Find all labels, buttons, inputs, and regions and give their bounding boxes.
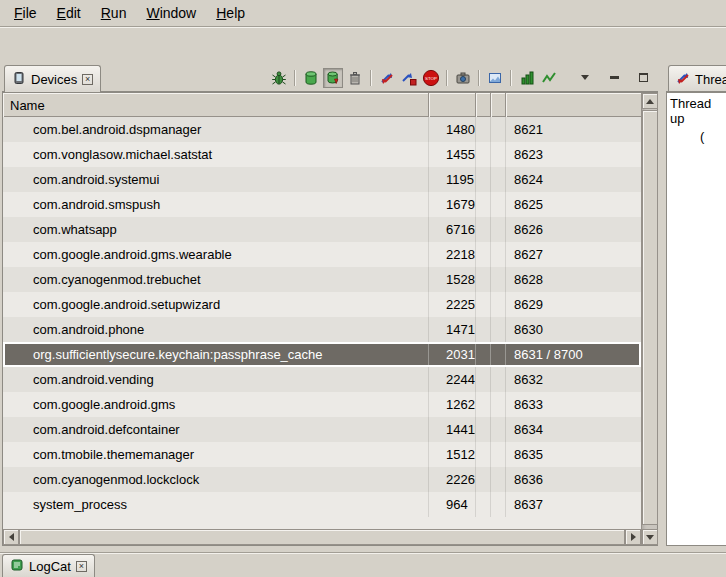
process-row[interactable]: com.android.vending 22440 8632	[3, 367, 641, 392]
process-col3-cell	[476, 292, 491, 317]
process-pid-cell: 1679	[429, 192, 476, 217]
tab-logcat[interactable]: LogCat ×	[2, 554, 95, 577]
minimize-view-button[interactable]	[604, 68, 624, 88]
tab-devices[interactable]: Devices ×	[4, 65, 101, 92]
process-col3-cell	[476, 217, 491, 242]
scroll-left-button[interactable]	[3, 529, 19, 545]
line-graph-button[interactable]	[539, 68, 559, 88]
debug-process-button[interactable]	[269, 68, 289, 88]
process-port-cell: 8629	[506, 292, 641, 317]
process-row[interactable]: com.google.android.gms 12623 8633	[3, 392, 641, 417]
view-menu-button[interactable]	[575, 68, 595, 88]
process-col4-cell	[491, 292, 506, 317]
process-row[interactable]: com.vonglasow.michael.satstat 14553 8623	[3, 142, 641, 167]
vertical-scrollbar[interactable]	[641, 93, 657, 545]
process-pid-cell: 1480	[429, 117, 476, 142]
process-name-cell: com.cyanogenmod.trebuchet	[3, 267, 429, 292]
process-port-cell: 8637	[506, 492, 641, 517]
process-col4-cell	[491, 442, 506, 467]
column-header-4[interactable]	[491, 93, 506, 117]
process-row[interactable]: com.cyanogenmod.lockclock 22265 8636	[3, 467, 641, 492]
process-port-cell: 8630	[506, 317, 641, 342]
process-col3-cell	[476, 467, 491, 492]
process-row[interactable]: com.cyanogenmod.trebuchet 1528 8628	[3, 267, 641, 292]
scroll-up-button[interactable]	[642, 93, 658, 109]
devices-tab-label: Devices	[31, 72, 77, 87]
process-pid-cell: 20311	[429, 342, 476, 367]
cause-gc-button[interactable]	[345, 68, 365, 88]
maximize-view-button[interactable]	[633, 68, 653, 88]
process-name-cell: system_process	[3, 492, 429, 517]
menu-item-edit[interactable]: Edit	[47, 1, 91, 25]
column-header-3[interactable]	[476, 93, 491, 117]
process-col4-cell	[491, 117, 506, 142]
dump-hprof-button[interactable]	[323, 68, 343, 88]
stop-process-button[interactable]: STOP	[421, 68, 441, 88]
process-pid-cell: 22185	[429, 242, 476, 267]
horizontal-scrollbar[interactable]	[3, 529, 641, 545]
process-port-cell: 8623	[506, 142, 641, 167]
process-col4-cell	[491, 467, 506, 492]
scroll-down-button[interactable]	[642, 529, 658, 545]
process-row[interactable]: com.android.systemui 1195 8624	[3, 167, 641, 192]
process-port-cell: 8632	[506, 367, 641, 392]
menu-item-file[interactable]: File	[4, 1, 47, 25]
trash-icon	[347, 70, 363, 86]
process-port-cell: 8624	[506, 167, 641, 192]
process-col3-cell	[476, 192, 491, 217]
process-name-cell: com.android.systemui	[3, 167, 429, 192]
process-pid-cell: 22250	[429, 292, 476, 317]
process-col3-cell	[476, 367, 491, 392]
process-port-cell: 8631 / 8700	[506, 342, 641, 367]
process-row[interactable]: com.google.android.gms.wearable 22185 86…	[3, 242, 641, 267]
process-row[interactable]: com.tmobile.thememanager 1512 8635	[3, 442, 641, 467]
close-logcat-tab-button[interactable]: ×	[76, 561, 87, 572]
vertical-scrollbar-thumb[interactable]	[642, 110, 658, 525]
process-row[interactable]: com.android.defcontainer 14411 8634	[3, 417, 641, 442]
process-col3-cell	[476, 417, 491, 442]
process-row[interactable]: com.android.phone 1471 8630	[3, 317, 641, 342]
menu-item-window[interactable]: Window	[136, 1, 206, 25]
scroll-right-button[interactable]	[625, 529, 641, 545]
menu-item-run[interactable]: Run	[91, 1, 137, 25]
column-header-name[interactable]: Name	[3, 93, 429, 117]
screen-capture-button[interactable]	[453, 68, 473, 88]
logcat-tab-bar: LogCat ×	[0, 552, 726, 577]
devices-view-toolbar: STOP	[269, 68, 658, 88]
bar-columns-button[interactable]	[517, 68, 537, 88]
process-name-cell: com.cyanogenmod.lockclock	[3, 467, 429, 492]
process-col4-cell	[491, 392, 506, 417]
horizontal-scrollbar-thumb[interactable]	[19, 529, 625, 545]
panel-sash[interactable]	[658, 64, 666, 546]
process-col4-cell	[491, 167, 506, 192]
process-row[interactable]: system_process 964 8637	[3, 492, 641, 517]
process-port-cell: 8628	[506, 267, 641, 292]
close-devices-tab-button[interactable]: ×	[82, 74, 93, 85]
method-profiling-button[interactable]	[399, 68, 419, 88]
process-col4-cell	[491, 417, 506, 442]
process-row[interactable]: com.bel.android.dspmanager 1480 8621	[3, 117, 641, 142]
process-col4-cell	[491, 217, 506, 242]
process-col3-cell	[476, 442, 491, 467]
tab-threads[interactable]: Threads	[668, 65, 726, 92]
column-header-port[interactable]	[506, 93, 641, 117]
process-col3-cell	[476, 242, 491, 267]
process-row[interactable]: com.whatsapp 6716 8626	[3, 217, 641, 242]
process-row[interactable]: com.android.smspush 1679 8625	[3, 192, 641, 217]
process-row[interactable]: org.sufficientlysecure.keychain:passphra…	[3, 342, 641, 367]
menu-item-help[interactable]: Help	[206, 1, 255, 25]
process-port-cell: 8621	[506, 117, 641, 142]
process-port-cell: 8633	[506, 392, 641, 417]
update-heap-button[interactable]	[301, 68, 321, 88]
bug-icon	[271, 70, 287, 86]
update-threads-button[interactable]	[377, 68, 397, 88]
picture-button[interactable]	[485, 68, 505, 88]
process-row[interactable]: com.google.android.setupwizard 22250 862…	[3, 292, 641, 317]
process-port-cell: 8626	[506, 217, 641, 242]
process-col4-cell	[491, 492, 506, 517]
process-name-cell: com.android.vending	[3, 367, 429, 392]
threads-icon	[676, 71, 690, 88]
column-header-pid[interactable]	[429, 93, 476, 117]
process-pid-cell: 14411	[429, 417, 476, 442]
threads-tab-label: Threads	[695, 72, 726, 87]
